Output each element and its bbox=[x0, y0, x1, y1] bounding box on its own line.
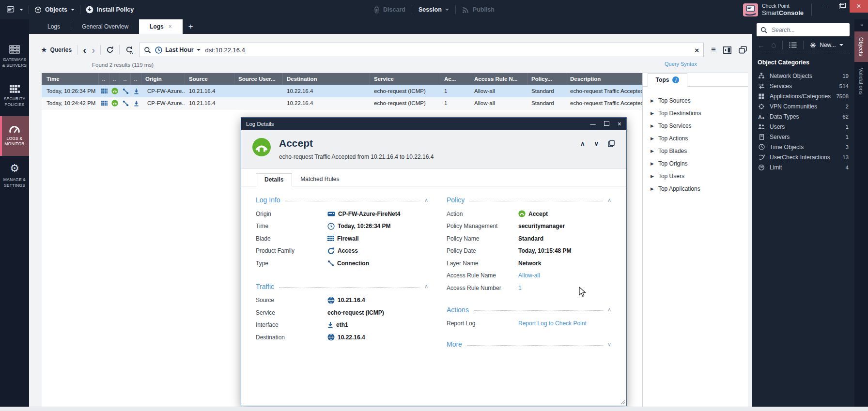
log-row-1[interactable]: Today, 10:26:34 PM CP-FW-Azure... 10.21.… bbox=[42, 85, 642, 97]
tops-tab[interactable]: Tops i bbox=[648, 73, 687, 87]
forward-button[interactable]: › bbox=[92, 45, 95, 55]
header-icon-col[interactable]: .. bbox=[109, 73, 120, 85]
tops-item-services[interactable]: ▶Top Services bbox=[651, 120, 748, 132]
list-view-icon[interactable] bbox=[789, 42, 797, 48]
access-rule-name-link[interactable]: Allow-all bbox=[518, 272, 540, 279]
log-row-2[interactable]: Today, 10:24:42 PM CP-FW-Azure... 10.21.… bbox=[42, 97, 642, 109]
accept-icon bbox=[518, 210, 526, 217]
query-syntax-link[interactable]: Query Syntax bbox=[665, 61, 697, 67]
minimize-button[interactable]: — bbox=[817, 0, 833, 13]
validations-side-tab[interactable]: Validations bbox=[858, 68, 864, 94]
header-access-rule-name[interactable]: Access Rule N... bbox=[470, 73, 527, 85]
category-servers[interactable]: Servers1 bbox=[757, 132, 850, 142]
tops-item-actions[interactable]: ▶Top Actions bbox=[651, 132, 748, 145]
header-source[interactable]: Source bbox=[185, 73, 234, 85]
dialog-titlebar[interactable]: Log Details — × bbox=[241, 118, 626, 130]
tab-logs-1[interactable]: Logs bbox=[37, 19, 71, 34]
tops-item-users[interactable]: ▶Top Users bbox=[651, 170, 748, 183]
collapse-icon[interactable]: ∧ bbox=[607, 306, 611, 313]
info-icon[interactable]: i bbox=[672, 76, 679, 83]
clear-query-icon[interactable]: × bbox=[695, 46, 699, 54]
category-time-objects[interactable]: Time Objects3 bbox=[757, 142, 850, 152]
category-vpn-communities[interactable]: VPN Communities2 bbox=[757, 101, 850, 111]
collapse-icon[interactable]: ∧ bbox=[424, 283, 428, 289]
nav-gateways-servers[interactable]: GATEWAYS& SERVERS bbox=[0, 37, 29, 76]
dialog-maximize-button[interactable] bbox=[604, 121, 609, 127]
home-icon[interactable]: ⌂ bbox=[771, 40, 776, 50]
nav-logs-monitor[interactable]: LOGS &MONITOR bbox=[0, 116, 29, 156]
cell-action: 1 bbox=[440, 100, 470, 106]
header-description[interactable]: Description bbox=[566, 73, 642, 85]
tops-item-sources[interactable]: ▶Top Sources bbox=[651, 94, 748, 107]
objects-menu-button[interactable]: Objects bbox=[34, 6, 75, 14]
category-services[interactable]: Services514 bbox=[757, 81, 850, 91]
header-icon-col[interactable]: .. bbox=[99, 73, 109, 85]
table-view-button[interactable]: ≡ bbox=[711, 45, 716, 55]
header-policy[interactable]: Policy... bbox=[527, 73, 566, 85]
header-destination[interactable]: Destination bbox=[283, 73, 370, 85]
time-filter-dropdown[interactable]: Last Hour bbox=[155, 46, 200, 54]
refresh-button[interactable] bbox=[106, 46, 114, 54]
header-icon-col[interactable]: .. bbox=[120, 73, 131, 85]
next-log-button[interactable]: ∨ bbox=[594, 140, 599, 147]
session-menu-button[interactable]: Session bbox=[418, 6, 449, 13]
object-search-input[interactable] bbox=[771, 26, 846, 34]
dotted-leader bbox=[279, 287, 419, 288]
header-action[interactable]: Ac... bbox=[440, 73, 470, 85]
dialog-close-button[interactable]: × bbox=[618, 120, 621, 128]
header-time[interactable]: Time bbox=[42, 73, 99, 85]
restore-button[interactable] bbox=[833, 0, 850, 13]
collapse-panel-icon[interactable]: » bbox=[860, 22, 862, 28]
collapse-icon[interactable]: ∧ bbox=[424, 197, 428, 203]
install-policy-button[interactable]: Install Policy bbox=[86, 6, 134, 14]
nav-security-policies[interactable]: SECURITYPOLICIES bbox=[0, 76, 29, 116]
detail-pane-button[interactable] bbox=[723, 46, 731, 54]
header-source-user[interactable]: Source User... bbox=[234, 73, 283, 85]
category-limit[interactable]: Limit4 bbox=[757, 162, 850, 172]
header-service[interactable]: Service bbox=[370, 73, 440, 85]
header-origin[interactable]: Origin bbox=[141, 73, 185, 85]
tops-item-origins[interactable]: ▶Top Origins bbox=[651, 157, 748, 170]
tab-general-overview[interactable]: General Overview bbox=[71, 19, 139, 34]
category-users[interactable]: Users1 bbox=[757, 122, 850, 132]
back-button[interactable]: ‹ bbox=[83, 45, 86, 55]
policy-name-value: Standard bbox=[518, 235, 543, 242]
header-icon-col[interactable]: .. bbox=[131, 73, 141, 85]
close-button[interactable]: × bbox=[850, 0, 868, 13]
publish-button[interactable]: Publish bbox=[462, 6, 495, 14]
app-menu-button[interactable] bbox=[7, 6, 23, 14]
tops-item-destinations[interactable]: ▶Top Destinations bbox=[651, 107, 748, 120]
tops-item-applications[interactable]: ▶Top Applications bbox=[651, 183, 748, 195]
dialog-minimize-button[interactable]: — bbox=[590, 121, 596, 127]
category-usercheck[interactable]: UserCheck Interactions13 bbox=[757, 152, 850, 162]
tab-logs-active[interactable]: Logs× bbox=[139, 19, 183, 34]
discard-label: Discard bbox=[383, 6, 405, 13]
copy-button[interactable] bbox=[608, 140, 615, 147]
close-tab-icon[interactable]: × bbox=[169, 23, 172, 30]
previous-log-button[interactable]: ∧ bbox=[580, 140, 585, 147]
report-log-link[interactable]: Report Log to Check Point bbox=[518, 320, 587, 327]
new-tab-button[interactable]: + bbox=[183, 19, 199, 34]
query-input[interactable] bbox=[204, 46, 691, 54]
collapse-icon[interactable]: ∧ bbox=[607, 197, 611, 203]
tab-matched-rules[interactable]: Matched Rules bbox=[292, 173, 347, 186]
side-tab-strip: » Objects Validations bbox=[854, 19, 868, 407]
back-icon[interactable]: ← bbox=[758, 41, 765, 49]
nav-manage-settings[interactable]: ⚙ MANAGE &SETTINGS bbox=[0, 156, 29, 196]
category-applications[interactable]: Applications/Categories7508 bbox=[757, 91, 850, 101]
queries-button[interactable]: ★ Queries bbox=[41, 46, 72, 54]
access-rule-number-link[interactable]: 1 bbox=[518, 285, 522, 291]
search-icon bbox=[144, 46, 151, 54]
tab-details[interactable]: Details bbox=[256, 173, 292, 186]
objects-side-tab[interactable]: Objects bbox=[854, 31, 868, 62]
category-data-types[interactable]: A Data Types62 bbox=[757, 111, 850, 122]
resize-grip[interactable] bbox=[620, 399, 625, 405]
category-network-objects[interactable]: Network Objects19 bbox=[757, 71, 850, 81]
open-windows-button[interactable] bbox=[739, 46, 747, 54]
section-title: Traffic bbox=[256, 283, 274, 290]
auto-refresh-button[interactable]: A bbox=[125, 46, 134, 54]
new-object-button[interactable]: New... bbox=[810, 42, 843, 48]
expand-icon[interactable]: ∨ bbox=[607, 341, 611, 348]
tops-item-blades[interactable]: ▶Top Blades bbox=[651, 145, 748, 157]
discard-button[interactable]: Discard bbox=[373, 6, 405, 14]
